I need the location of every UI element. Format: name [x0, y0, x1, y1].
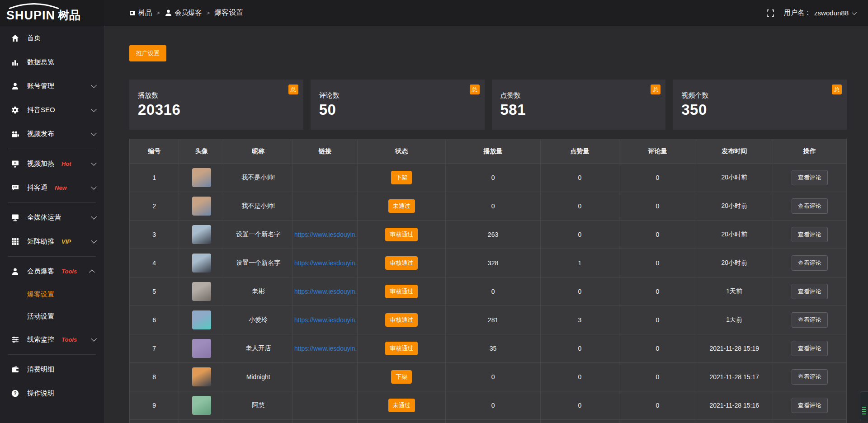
status-badge[interactable]: 审核通过 [385, 342, 418, 355]
sidebar-item-operation-guide[interactable]: ?操作说明 [0, 381, 104, 405]
plays-cell: 35 [446, 334, 540, 363]
stat-total-badge: 总 [470, 85, 480, 94]
sidebar-item-video-heat[interactable]: 视频加热Hot [0, 152, 104, 176]
avatar [192, 339, 211, 358]
table-header-row: 编号头像昵称链接状态播放量点赞量评论量发布时间操作 [130, 139, 847, 164]
status-badge[interactable]: 未通过 [388, 199, 415, 213]
view-comments-button[interactable]: 查看评论 [792, 341, 828, 356]
stats-row: 播放数20316总评论数50总点赞数581总视频个数350总 [129, 80, 847, 130]
view-comments-button[interactable]: 查看评论 [792, 284, 828, 299]
video-link[interactable]: https://www.iesdouyin.c [292, 345, 357, 352]
view-comments-button[interactable]: 查看评论 [792, 312, 828, 328]
sidebar-subitem-activity-settings[interactable]: 活动设置 [0, 306, 104, 328]
status-cell [358, 420, 446, 423]
plays-cell: 0 [446, 192, 540, 221]
fullscreen-icon[interactable] [767, 9, 774, 17]
link-cell: https://www.iesdouyin.c [292, 334, 357, 363]
video-link[interactable]: https://www.iesdouyin.c [292, 231, 357, 238]
sidebar-item-video-publish[interactable]: 视频发布 [0, 122, 104, 146]
row-id-cell: 6 [130, 306, 179, 334]
table-row: 4设置一个新名字https://www.iesdouyin.c审核通过32810… [130, 249, 847, 277]
chevron-down-icon [852, 9, 857, 14]
sidebar-item-home[interactable]: 首页 [0, 26, 104, 50]
video-link[interactable]: https://www.iesdouyin.c [292, 288, 357, 295]
video-link[interactable]: https://www.iesdouyin.c [292, 316, 357, 324]
username-dropdown[interactable]: 用户名：zswodun88 [784, 9, 855, 17]
avatar [192, 197, 211, 216]
sidebar-item-badge: Hot [61, 160, 71, 167]
status-badge[interactable]: 审核通过 [385, 285, 418, 298]
plays-cell: 0 [446, 391, 540, 420]
breadcrumb-item-member-baoke[interactable]: 会员爆客 [165, 9, 202, 17]
sidebar-item-consume-detail[interactable]: 消费明细 [0, 357, 104, 381]
status-badge[interactable]: 审核通过 [385, 313, 418, 327]
view-comments-button[interactable]: 查看评论 [792, 198, 828, 214]
action-cell: 查看评论 [773, 363, 846, 391]
status-badge[interactable]: 审核通过 [385, 256, 418, 270]
action-cell: 查看评论 [773, 164, 846, 192]
app-root: SHUPIN 树品 首页数据总览账号管理抖音SEO视频发布视频加热Hot抖客通N… [0, 0, 868, 423]
sidebar-item-douketong[interactable]: 抖客通New [0, 176, 104, 200]
comments-cell [619, 420, 696, 423]
sidebar-item-label: 数据总览 [27, 58, 54, 66]
likes-cell: 0 [540, 221, 619, 249]
status-badge[interactable]: 下架 [391, 171, 412, 184]
sidebar-item-douyin-seo[interactable]: 抖音SEO [0, 98, 104, 122]
table-row: 6小爱玲https://www.iesdouyin.c审核通过281301天前查… [130, 306, 847, 334]
action-cell: 查看评论 [773, 391, 846, 420]
sidebar-subitem-baoke-settings[interactable]: 爆客设置 [0, 283, 104, 306]
sidebar-item-clue-monitor[interactable]: 线索监控Tools [0, 328, 104, 352]
logo-text-cn: 树品 [58, 8, 80, 23]
status-cell: 审核通过 [358, 221, 446, 249]
view-comments-button[interactable]: 查看评论 [792, 398, 828, 413]
breadcrumb-separator: > [156, 9, 160, 16]
widget-dash [862, 407, 866, 408]
sidebar-item-account-manage[interactable]: 账号管理 [0, 74, 104, 98]
view-comments-button[interactable]: 查看评论 [792, 227, 828, 242]
breadcrumb-item-baoke-settings[interactable]: 爆客设置 [214, 8, 243, 18]
comments-cell: 0 [619, 221, 696, 249]
likes-cell: 0 [540, 363, 619, 391]
comments-cell: 0 [619, 391, 696, 420]
comments-cell: 0 [619, 363, 696, 391]
avatar [192, 367, 211, 386]
status-badge[interactable]: 下架 [391, 370, 412, 384]
wallet-icon [11, 365, 19, 374]
sidebar-item-data-overview[interactable]: 数据总览 [0, 50, 104, 74]
status-badge[interactable]: 未通过 [388, 399, 415, 412]
breadcrumb-item-shupin[interactable]: 树品 [129, 9, 152, 17]
stat-card: 点赞数581总 [492, 80, 666, 130]
view-comments-button[interactable]: 查看评论 [792, 255, 828, 271]
sidebar-item-member-baoke[interactable]: 会员爆客Tools [0, 259, 104, 283]
sidebar-item-media-operation[interactable]: 全媒体运营 [0, 206, 104, 230]
widget-dash [862, 411, 866, 412]
nickname-cell: 设置一个新名字 [224, 221, 292, 249]
publish-time-cell: 2021-11-28 15:17 [696, 363, 773, 391]
app-logo[interactable]: SHUPIN 树品 [0, 0, 104, 26]
floating-widget[interactable] [860, 391, 868, 421]
likes-cell: 1 [540, 249, 619, 277]
promo-settings-button[interactable]: 推广设置 [129, 45, 166, 61]
nickname-cell: 设置一个新名字 [224, 249, 292, 277]
column-header: 状态 [358, 139, 446, 164]
username-value: zswodun88 [814, 9, 849, 17]
comments-cell: 0 [619, 306, 696, 334]
column-header: 发布时间 [696, 139, 773, 164]
widget-dash [862, 409, 866, 410]
sidebar-item-matrix-boost[interactable]: 矩阵助推VIP [0, 230, 104, 254]
sidebar-item-label: 消费明细 [27, 365, 54, 374]
user-icon [11, 82, 19, 90]
stat-card: 播放数20316总 [129, 80, 303, 130]
avatar-cell [179, 249, 224, 277]
row-id-cell: 1 [130, 164, 179, 192]
video-link[interactable]: https://www.iesdouyin.c [292, 259, 357, 267]
status-badge[interactable]: 审核通过 [385, 228, 418, 241]
page-content: 推广设置 播放数20316总评论数50总点赞数581总视频个数350总 编号头像… [104, 26, 868, 423]
view-comments-button[interactable]: 查看评论 [792, 369, 828, 385]
bar-chart-icon [11, 58, 19, 66]
view-comments-button[interactable]: 查看评论 [792, 170, 828, 185]
avatar-cell [179, 164, 224, 192]
publish-time-cell: 2021-11-28 15:16 [696, 391, 773, 420]
publish-time-cell [696, 420, 773, 423]
avatar-cell [179, 334, 224, 363]
